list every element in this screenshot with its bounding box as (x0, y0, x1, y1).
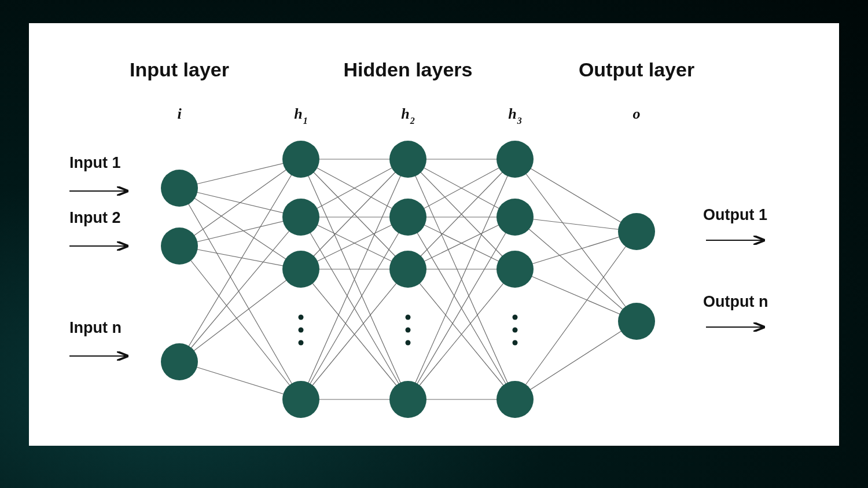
symbol-o: o (633, 105, 641, 122)
svg-line-51 (515, 321, 637, 399)
svg-line-0 (179, 159, 301, 188)
svg-line-2 (179, 188, 301, 269)
output-label: Output 1 (703, 206, 767, 223)
header-hidden-layers: Hidden layers (344, 58, 473, 80)
svg-line-10 (179, 269, 301, 362)
symbol-h3: h3 (508, 105, 521, 126)
ellipsis-dot (513, 340, 518, 346)
neural-network-diagram: Input layerHidden layersOutput layerih1h… (29, 23, 839, 446)
symbol-h2: h2 (401, 105, 414, 126)
neuron (496, 381, 534, 418)
neuron (282, 381, 319, 418)
svg-line-48 (515, 232, 637, 269)
svg-line-49 (515, 269, 637, 321)
svg-line-50 (515, 232, 637, 399)
ellipsis-dot (513, 328, 518, 333)
neuron (389, 381, 426, 418)
header-input-layer: Input layer (130, 58, 229, 80)
svg-line-44 (515, 159, 637, 232)
ellipsis-dot (406, 340, 411, 346)
neuron (282, 199, 319, 236)
input-label: Input 1 (69, 154, 121, 171)
symbol-h1: h1 (294, 105, 307, 126)
svg-line-45 (515, 159, 637, 321)
svg-line-6 (179, 246, 301, 269)
neuron (282, 141, 319, 178)
neuron (618, 213, 655, 250)
svg-line-9 (179, 217, 301, 362)
svg-line-5 (179, 217, 301, 246)
neuron (496, 251, 534, 288)
ellipsis-dot (406, 328, 411, 333)
output-label: Output n (703, 293, 768, 310)
neuron (161, 343, 198, 380)
input-label: Input 2 (69, 209, 121, 226)
ellipsis-dot (513, 315, 518, 320)
neuron (618, 303, 655, 340)
ellipsis-dot (299, 328, 304, 333)
neuron (161, 228, 198, 265)
ellipsis-dot (406, 315, 411, 320)
neuron (282, 251, 319, 288)
neuron (389, 251, 426, 288)
neuron (389, 199, 426, 236)
symbol-i: i (177, 105, 182, 122)
ellipsis-dot (299, 315, 304, 320)
input-label: Input n (69, 319, 122, 336)
header-output-layer: Output layer (579, 58, 694, 80)
ellipsis-dot (299, 340, 304, 346)
neuron-nodes (161, 141, 655, 418)
neuron (161, 170, 198, 207)
neuron (389, 141, 426, 178)
diagram-card: Input layerHidden layersOutput layerih1h… (29, 23, 839, 446)
svg-line-4 (179, 159, 301, 246)
neuron (496, 199, 534, 236)
neuron (496, 141, 534, 178)
